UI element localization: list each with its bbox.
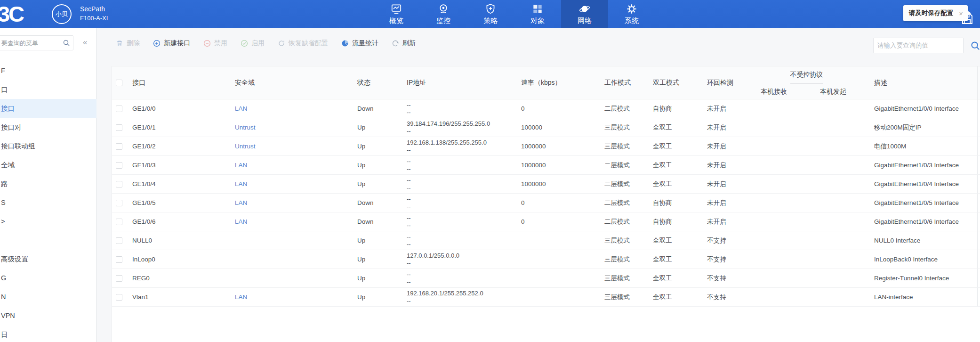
cell-duplex: 全双工: [649, 250, 703, 269]
top-nav-item-network[interactable]: 网络: [561, 0, 608, 28]
row-checkbox-cell: [112, 99, 129, 118]
table-row[interactable]: InLoop0 Up 127.0.0.1/255.0.0.0 -- 三层模式 全…: [112, 250, 980, 269]
pie-chart-icon: [341, 40, 349, 47]
search-icon[interactable]: [63, 39, 70, 47]
zone-link[interactable]: Untrust: [235, 124, 256, 131]
zone-link[interactable]: LAN: [235, 162, 247, 169]
row-checkbox[interactable]: [116, 181, 122, 187]
col-header-local-receive[interactable]: 本机接收: [757, 84, 816, 99]
sidebar-menu-item[interactable]: 接口联动组: [0, 137, 96, 155]
col-header-interface[interactable]: 接口: [129, 66, 231, 99]
zone-link[interactable]: LAN: [235, 293, 247, 301]
save-config-tooltip-text: 请及时保存配置: [909, 9, 954, 17]
cell-status: Up: [353, 118, 403, 137]
sidebar-menu-item[interactable]: >: [0, 212, 96, 231]
toolbar-button[interactable]: 刷新: [392, 39, 416, 48]
toolbar-button[interactable]: 恢复缺省配置: [278, 39, 328, 48]
table-row[interactable]: GE1/0/3 LAN Up -- -- 1000000 二层模式 全双工 未开…: [112, 156, 980, 175]
col-header-loopback[interactable]: 环回检测: [703, 66, 757, 99]
sidebar-menu-item[interactable]: [0, 231, 96, 250]
table-row[interactable]: GE1/0/1 Untrust Up 39.184.174.196/255.25…: [112, 118, 980, 137]
cell-zone: LAN: [231, 212, 353, 231]
toolbar-button[interactable]: 流量统计: [341, 39, 378, 48]
row-checkbox[interactable]: [116, 256, 122, 263]
sidebar-menu-item[interactable]: F: [0, 61, 96, 80]
zone-link[interactable]: LAN: [235, 105, 247, 112]
sidebar-menu: F 口 接口 接口对 接口联动组 全域 路 S > 高级设置 G N VPN 日: [0, 61, 96, 342]
cell-status: Up: [353, 288, 403, 306]
col-header-work-mode[interactable]: 工作模式: [601, 66, 649, 99]
top-nav-item-monitor[interactable]: 监控: [420, 0, 467, 28]
save-icon[interactable]: [960, 12, 974, 26]
cell-rate: 1000000: [517, 175, 601, 193]
cell-rate: 100000: [517, 118, 601, 137]
row-checkbox[interactable]: [116, 294, 122, 301]
top-nav-item-policy[interactable]: 策略: [467, 0, 514, 28]
cell-duplex: 全双工: [649, 288, 703, 306]
row-checkbox[interactable]: [116, 143, 122, 150]
table-row[interactable]: GE1/0/5 LAN Down -- -- 0 二层模式 自协商 未开启 Gi…: [112, 194, 980, 212]
cell-loopback: 未开启: [703, 137, 757, 155]
row-checkbox[interactable]: [116, 237, 122, 244]
sidebar-menu-item[interactable]: S: [0, 193, 96, 212]
cell-stub: [977, 212, 980, 231]
sidebar-search-input[interactable]: [1, 36, 58, 50]
overview-icon: [390, 3, 402, 15]
col-header-local-initiate[interactable]: 本机发起: [816, 84, 870, 99]
nav-label: 系统: [625, 16, 639, 25]
row-checkbox[interactable]: [116, 162, 122, 169]
table-row[interactable]: GE1/0/0 LAN Down -- -- 0 二层模式 自协商 未开启 Gi…: [112, 99, 980, 118]
top-nav-item-overview[interactable]: 概览: [373, 0, 420, 28]
table-row[interactable]: NULL0 Up -- -- 三层模式 全双工 不支持 NULL0 Interf…: [112, 231, 980, 250]
cell-work-mode: 三层模式: [601, 250, 649, 269]
sidebar-menu-item[interactable]: N: [0, 287, 96, 306]
cell-rate: 0: [517, 212, 601, 231]
select-all-checkbox[interactable]: [116, 80, 122, 86]
toolbar-button[interactable]: 禁用: [203, 39, 227, 48]
sidebar-menu-item[interactable]: 接口对: [0, 118, 96, 137]
table-row[interactable]: GE1/0/6 LAN Down -- -- 0 二层模式 自协商 未开启 Gi…: [112, 212, 980, 231]
zone-link[interactable]: LAN: [235, 180, 247, 187]
col-header-description[interactable]: 描述: [870, 66, 977, 99]
search-icon[interactable]: [970, 41, 980, 51]
sidebar-menu-item[interactable]: 口: [0, 80, 96, 99]
zone-link[interactable]: LAN: [235, 218, 247, 225]
col-header-status[interactable]: 状态: [353, 66, 403, 99]
sidebar-menu-item[interactable]: 路: [0, 174, 96, 193]
col-header-rate[interactable]: 速率（kbps）: [517, 66, 601, 99]
row-checkbox[interactable]: [116, 200, 122, 206]
top-nav-item-objects[interactable]: 对象: [514, 0, 561, 28]
toolbar-button[interactable]: 删除: [116, 39, 140, 48]
cell-stub: [977, 288, 980, 306]
table-row[interactable]: REG0 Up -- -- 三层模式 全双工 不支持 Register-Tunn…: [112, 269, 980, 288]
cell-status: Up: [353, 175, 403, 193]
top-nav-item-system[interactable]: 系统: [608, 0, 655, 28]
zone-link[interactable]: Untrust: [235, 143, 256, 150]
table-row[interactable]: GE1/0/2 Untrust Up 192.168.1.138/255.255…: [112, 137, 980, 156]
sidebar-menu-item[interactable]: 全域: [0, 155, 96, 174]
cell-ip: 39.184.174.196/255.255.255.0 --: [403, 118, 517, 137]
col-header-duplex[interactable]: 双工模式: [649, 66, 703, 99]
collapse-sidebar-icon[interactable]: «: [83, 38, 87, 47]
sidebar-menu-item[interactable]: G: [0, 269, 96, 287]
cell-zone: Untrust: [231, 137, 353, 155]
col-header-zone[interactable]: 安全域: [231, 66, 353, 99]
row-checkbox[interactable]: [116, 106, 122, 112]
table-row[interactable]: GE1/0/4 LAN Up -- -- 1000000 二层模式 全双工 未开…: [112, 175, 980, 194]
row-checkbox[interactable]: [116, 275, 122, 282]
cell-stub: [977, 156, 980, 174]
toolbar-button[interactable]: 启用: [241, 39, 265, 48]
col-header-ip[interactable]: IP地址: [403, 66, 517, 99]
monitor-icon: [437, 3, 450, 15]
row-checkbox[interactable]: [116, 124, 122, 131]
toolbar-button[interactable]: 新建接口: [153, 39, 190, 48]
sidebar-menu-item[interactable]: 日: [0, 325, 96, 342]
table-row[interactable]: Vlan1 LAN Up 192.168.20.1/255.255.252.0 …: [112, 288, 980, 307]
sidebar-menu-item[interactable]: 高级设置: [0, 250, 96, 269]
row-checkbox[interactable]: [116, 219, 122, 225]
sidebar-menu-item[interactable]: VPN: [0, 306, 96, 325]
table-search-input[interactable]: [874, 38, 963, 53]
sidebar-menu-item[interactable]: 接口: [0, 99, 96, 118]
cell-local-receive: [757, 137, 816, 155]
zone-link[interactable]: LAN: [235, 199, 247, 206]
